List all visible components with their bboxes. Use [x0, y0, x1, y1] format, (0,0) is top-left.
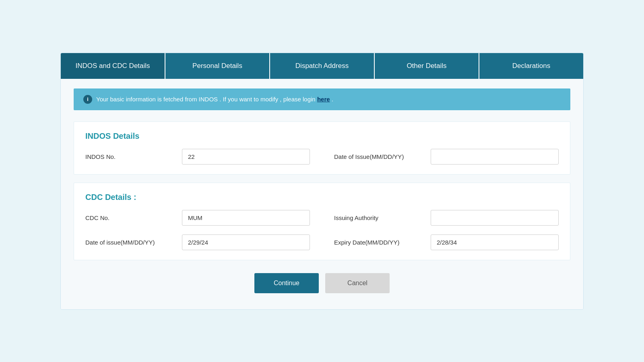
- cdc-no-row: CDC No. Issuing Authority: [85, 210, 559, 226]
- cdc-dates-row: Date of issue(MM/DD/YY) Expiry Date(MM/D…: [85, 234, 559, 250]
- continue-button[interactable]: Continue: [254, 273, 319, 293]
- button-row: Continue Cancel: [74, 273, 570, 293]
- cdc-date-issue-input[interactable]: [182, 234, 310, 250]
- indos-section-title: INDOS Details: [85, 132, 559, 141]
- cdc-date-issue-group: Date of issue(MM/DD/YY): [85, 234, 310, 250]
- info-text: Your basic information is fetched from I…: [96, 96, 333, 103]
- issuing-authority-label: Issuing Authority: [334, 214, 431, 221]
- date-of-issue-label: Date of Issue(MM/DD/YY): [334, 153, 431, 160]
- tab-personal-details[interactable]: Personal Details: [165, 53, 270, 79]
- main-content: i Your basic information is fetched from…: [61, 79, 583, 309]
- cdc-section-title: CDC Details :: [85, 193, 559, 202]
- expiry-date-input[interactable]: [431, 234, 559, 250]
- cdc-no-label: CDC No.: [85, 214, 182, 221]
- cdc-no-input[interactable]: [182, 210, 310, 226]
- info-banner: i Your basic information is fetched from…: [74, 88, 570, 110]
- indos-section: INDOS Details INDOS No. Date of Issue(MM…: [74, 121, 570, 175]
- info-icon: i: [83, 95, 92, 104]
- tab-declarations[interactable]: Declarations: [479, 53, 583, 79]
- indos-no-group: INDOS No.: [85, 149, 310, 165]
- issuing-authority-group: Issuing Authority: [334, 210, 559, 226]
- date-of-issue-group: Date of Issue(MM/DD/YY): [334, 149, 559, 165]
- indos-no-label: INDOS No.: [85, 153, 182, 160]
- expiry-date-label: Expiry Date(MM/DD/YY): [334, 239, 431, 246]
- here-link[interactable]: here: [317, 96, 330, 103]
- tab-indos-cdc[interactable]: INDOS and CDC Details: [61, 53, 165, 79]
- tab-other-details[interactable]: Other Details: [375, 53, 479, 79]
- cdc-date-issue-label: Date of issue(MM/DD/YY): [85, 239, 182, 246]
- date-of-issue-input[interactable]: [431, 149, 559, 165]
- expiry-date-group: Expiry Date(MM/DD/YY): [334, 234, 559, 250]
- issuing-authority-input[interactable]: [431, 210, 559, 226]
- cdc-section: CDC Details : CDC No. Issuing Authority …: [74, 183, 570, 260]
- cdc-no-group: CDC No.: [85, 210, 310, 226]
- tab-navigation: INDOS and CDC Details Personal Details D…: [61, 53, 583, 79]
- page-wrapper: INDOS and CDC Details Personal Details D…: [60, 53, 584, 310]
- indos-row: INDOS No. Date of Issue(MM/DD/YY): [85, 149, 559, 165]
- cancel-button[interactable]: Cancel: [325, 273, 390, 293]
- tab-dispatch-address[interactable]: Dispatch Address: [270, 53, 375, 79]
- indos-no-input[interactable]: [182, 149, 310, 165]
